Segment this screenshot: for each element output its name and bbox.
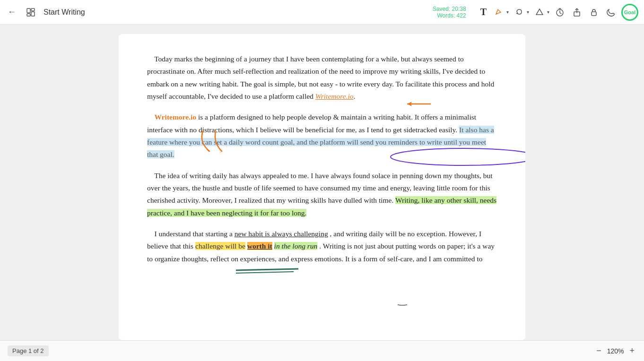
dark-mode-button[interactable]	[604, 6, 618, 19]
toolbar-icons: T ▾ ▾	[479, 4, 638, 21]
page-indicator: Page 1 of 2	[8, 345, 49, 356]
pen-dropdown-arrow[interactable]: ▾	[506, 9, 509, 15]
svg-rect-1	[27, 14, 30, 16]
lasso-tool-group[interactable]: ▾	[513, 6, 529, 19]
para4-start: I understand that starting a	[155, 230, 233, 238]
para2-text: is a platform designed to help people de…	[147, 113, 476, 133]
strikethrough-2	[236, 272, 294, 273]
para4-underline: new habit is always challenging	[235, 230, 328, 238]
para1-end: .	[354, 92, 356, 100]
paragraph-3: The idea of writing daily has always app…	[147, 170, 497, 219]
strikethrough-1	[236, 269, 298, 270]
paragraph-2: Writemore.io is a platform designed to h…	[147, 111, 497, 161]
document-page: Today marks the beginning of a journey t…	[119, 34, 525, 340]
zoom-controls: − 120% +	[594, 346, 636, 356]
lasso-tool-button[interactable]	[513, 6, 526, 19]
para4-olive: in the long run	[274, 242, 318, 250]
topbar-status: Saved: 20:38 Words: 422	[433, 6, 466, 19]
writemore-orange: Writemore.io	[155, 113, 197, 121]
svg-rect-2	[31, 9, 35, 11]
export-button[interactable]	[570, 6, 583, 19]
topbar: ← Start Writing Saved: 20:38 Words: 422 …	[0, 0, 644, 25]
topbar-left: ← Start Writing	[6, 5, 428, 19]
back-button[interactable]: ←	[6, 5, 18, 19]
edit-icon-button[interactable]	[24, 5, 38, 19]
writemore-link-1[interactable]: Writemore.io	[315, 92, 354, 100]
goal-button[interactable]: Goal	[621, 4, 638, 21]
document-text: Today marks the beginning of a journey t…	[147, 53, 497, 265]
pen-tool-button[interactable]	[492, 6, 505, 19]
underline-mark	[398, 305, 407, 305]
zoom-level: 120%	[607, 347, 624, 355]
shape-dropdown-arrow[interactable]: ▾	[547, 9, 549, 15]
svg-rect-6	[592, 12, 596, 16]
shape-tool-button[interactable]	[533, 6, 546, 19]
timer-button[interactable]	[553, 6, 566, 19]
bottom-bar: Page 1 of 2 − 120% +	[0, 340, 644, 361]
pen-tool-group[interactable]: ▾	[492, 6, 509, 19]
zoom-in-button[interactable]: +	[627, 346, 636, 356]
main-area: Today marks the beginning of a journey t…	[0, 25, 644, 340]
page-title: Start Writing	[44, 8, 85, 17]
shape-tool-group[interactable]: ▾	[533, 6, 549, 19]
para4-yellow: challenge will be	[195, 242, 245, 250]
para4-orange: worth it	[247, 242, 272, 250]
word-count: Words: 422	[437, 12, 466, 19]
saved-status: Saved: 20:38	[433, 6, 466, 12]
paragraph-1: Today marks the beginning of a journey t…	[147, 53, 497, 103]
zoom-out-button[interactable]: −	[594, 346, 603, 356]
paragraph-4: I understand that starting a new habit i…	[147, 228, 497, 265]
svg-rect-0	[27, 9, 30, 13]
svg-rect-3	[31, 12, 35, 16]
lasso-dropdown-arrow[interactable]: ▾	[527, 9, 529, 15]
text-tool-button[interactable]: T	[479, 5, 488, 19]
lock-button[interactable]	[587, 6, 600, 19]
